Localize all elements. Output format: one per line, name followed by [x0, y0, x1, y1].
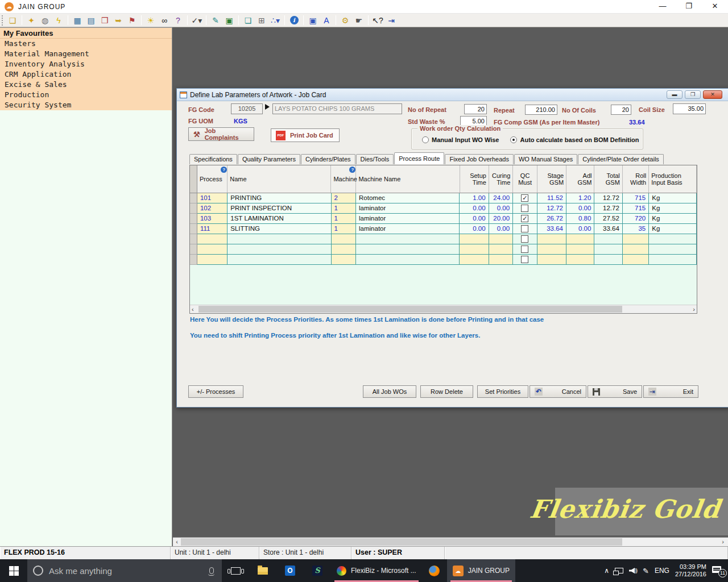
restore-button[interactable]: ❐: [676, 0, 702, 14]
taskbar-app-jain-group[interactable]: ☁ JAIN GROUP: [447, 559, 515, 582]
cell-basis[interactable]: [649, 234, 697, 244]
qc-checkbox[interactable]: [521, 225, 528, 232]
fg-code-lookup-icon[interactable]: [265, 104, 272, 110]
repeat-field[interactable]: 210.00: [525, 105, 557, 115]
scrollbar-thumb[interactable]: [198, 306, 622, 313]
cell-curing[interactable]: 20.00: [489, 214, 514, 224]
file-explorer-button[interactable]: [249, 559, 276, 582]
cell-total[interactable]: [594, 234, 622, 244]
start-button[interactable]: [0, 559, 27, 582]
set-priorities-button[interactable]: Set Priorities: [477, 385, 528, 398]
cell-setup[interactable]: [460, 244, 489, 255]
volume-icon[interactable]: )): [629, 568, 637, 573]
all-job-wos-button[interactable]: All Job WOs: [363, 385, 416, 398]
scrollbar-thumb[interactable]: [181, 538, 622, 546]
cell-setup[interactable]: 0.00: [460, 214, 489, 224]
sidebar-item-masters[interactable]: Masters: [0, 39, 172, 49]
cell-adl[interactable]: [566, 234, 594, 244]
user-help-button[interactable]: ?: [172, 14, 184, 26]
cell-qc[interactable]: [513, 255, 537, 265]
qc-checkbox[interactable]: [521, 205, 528, 212]
tab-dies-tools[interactable]: Dies/Tools: [356, 154, 394, 164]
cell-machine_name[interactable]: laminator: [356, 224, 460, 234]
dialog-restore-button[interactable]: ❒: [685, 90, 701, 99]
row-selector[interactable]: [190, 203, 197, 214]
ledger-export-button[interactable]: ➥: [112, 14, 125, 26]
cell-process[interactable]: 111: [197, 224, 228, 234]
cell-stage[interactable]: 11.52: [537, 193, 566, 203]
cell-machine_name[interactable]: laminator: [356, 203, 460, 214]
cell-name[interactable]: PRINTING: [228, 193, 331, 203]
cortana-search-box[interactable]: Ask me anything: [27, 559, 222, 582]
cell-machine[interactable]: [332, 255, 356, 265]
tab-fixed-job-overheads[interactable]: Fixed Job Overheads: [445, 154, 514, 164]
sidebar-item-crm-application[interactable]: CRM Application: [0, 69, 172, 80]
dialog-minimize-button[interactable]: ▬: [667, 90, 682, 99]
language-indicator[interactable]: ENG: [655, 567, 669, 575]
cell-roll[interactable]: [623, 234, 649, 244]
outlook-button[interactable]: O: [276, 559, 304, 582]
person-report-button[interactable]: ⚑: [126, 14, 138, 26]
globe-edit-button[interactable]: ✎: [209, 14, 222, 26]
no-of-coils-field[interactable]: 20: [611, 105, 631, 115]
hidden-icons-chevron[interactable]: ∧: [604, 567, 609, 575]
cell-process[interactable]: [197, 234, 228, 244]
cell-adl[interactable]: 0.00: [566, 203, 594, 214]
sidebar-item-excise-sales[interactable]: Excise & Sales: [0, 80, 172, 90]
network-icon[interactable]: [615, 568, 623, 573]
cell-process[interactable]: 101: [197, 193, 228, 203]
cell-name[interactable]: PRINT INSPECTION: [228, 203, 331, 214]
qc-checkbox[interactable]: ✓: [521, 194, 528, 202]
tab-specifications[interactable]: Specifications: [189, 154, 237, 164]
cell-machine_name[interactable]: Rotomec: [356, 193, 460, 203]
cell-setup[interactable]: 0.00: [460, 224, 489, 234]
qc-checkbox[interactable]: [521, 246, 528, 253]
taskbar-app-flexibiz[interactable]: FlexiBiz - Microsoft ...: [331, 559, 422, 582]
action-center-button[interactable]: 11: [712, 566, 723, 575]
cell-basis[interactable]: Kg: [649, 214, 697, 224]
firefox-button[interactable]: [422, 559, 447, 582]
cell-total[interactable]: 33.64: [594, 224, 622, 234]
cell-machine_name[interactable]: [356, 234, 460, 244]
workflow-menu-button[interactable]: ∴▾: [269, 14, 282, 26]
column-help-icon[interactable]: ?: [221, 167, 227, 173]
cell-roll[interactable]: 35: [623, 224, 649, 234]
table-horizontal-scrollbar[interactable]: ‹ ›: [190, 305, 697, 313]
cell-name[interactable]: [228, 234, 331, 244]
lightning-button[interactable]: ϟ: [52, 14, 65, 26]
row-selector[interactable]: [190, 244, 197, 255]
row-selector[interactable]: [190, 234, 197, 244]
tab-process-route[interactable]: Process Route: [394, 152, 444, 164]
cell-name[interactable]: SLITTING: [228, 224, 331, 234]
save-button[interactable]: Save: [588, 385, 642, 398]
cell-roll[interactable]: 720: [623, 214, 649, 224]
cell-basis[interactable]: [649, 255, 697, 265]
cell-machine_name[interactable]: laminator: [356, 214, 460, 224]
qty-option-0[interactable]: Manual Input WO Wise: [422, 136, 499, 143]
cell-qc[interactable]: [513, 244, 537, 255]
qc-checkbox[interactable]: [521, 256, 528, 263]
mdi-horizontal-scrollbar[interactable]: ‹ ›: [173, 537, 728, 546]
cell-stage[interactable]: [537, 255, 566, 265]
cell-curing[interactable]: [489, 234, 514, 244]
print-job-card-button[interactable]: PDF Print Job Card: [271, 128, 340, 142]
cell-machine[interactable]: 1: [332, 214, 356, 224]
cell-machine[interactable]: 2: [332, 193, 356, 203]
cell-process[interactable]: [197, 244, 228, 255]
grid-view-button[interactable]: ▤: [85, 14, 97, 26]
tab-wo-manual-stages[interactable]: WO Manual Stages: [514, 154, 577, 164]
tab-cylinder-plate-order-details[interactable]: Cylinder/Plate Order details: [578, 154, 664, 164]
checklist-menu-button[interactable]: ✓▾: [191, 14, 203, 26]
cell-name[interactable]: 1ST LAMINATION: [228, 214, 331, 224]
schedule-edit-button[interactable]: ▣: [307, 14, 319, 26]
cell-roll[interactable]: [623, 244, 649, 255]
row-selector[interactable]: [190, 224, 197, 234]
cell-machine[interactable]: [332, 244, 356, 255]
row-selector[interactable]: [190, 193, 197, 203]
minimize-button[interactable]: —: [650, 0, 676, 14]
cancel-button[interactable]: ↶ Cancel: [530, 385, 586, 398]
processes-button[interactable]: +/- Processes: [188, 385, 243, 398]
column-help-icon[interactable]: ?: [349, 167, 355, 173]
table-view-button[interactable]: ▦: [71, 14, 84, 26]
cell-total[interactable]: 12.72: [594, 193, 622, 203]
